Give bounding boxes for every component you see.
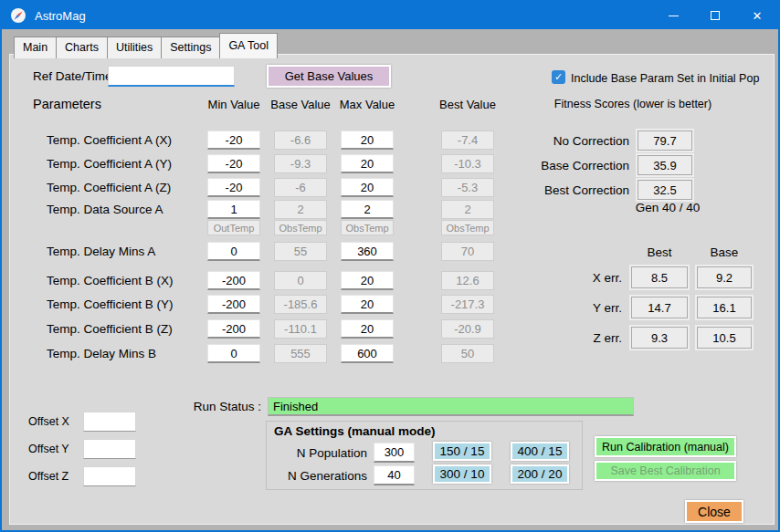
tab-utilities[interactable]: Utilities — [107, 37, 162, 58]
max-value-header: Max Value — [331, 98, 404, 111]
app-window: AstroMag ✕ MainChartsUtilitiesSettingsGA… — [0, 0, 780, 532]
param-min-field[interactable]: -200 — [207, 295, 260, 314]
tab-ga-tool[interactable]: GA Tool — [219, 33, 278, 58]
param-base-field: 2 — [274, 200, 327, 219]
err-base-value: 10.5 — [697, 327, 752, 349]
param-max-field[interactable]: 20 — [341, 154, 394, 173]
param-best-field: 50 — [441, 344, 494, 363]
err-best-header: Best — [623, 245, 696, 259]
preset-button[interactable]: 300 / 10 — [433, 464, 491, 484]
ga-settings-groupbox: GA Settings (manual mode) N Population 3… — [266, 421, 583, 490]
param-max-field[interactable]: 600 — [341, 344, 394, 363]
param-min-field[interactable]: 1 — [207, 200, 260, 219]
param-base-field: -6.6 — [274, 130, 327, 150]
save-best-calibration-button[interactable]: Save Best Calibration — [595, 461, 736, 481]
param-min-field[interactable]: -20 — [207, 154, 260, 173]
param-label: Temp. Coefficient B (Z) — [47, 322, 173, 336]
param-label: Temp. Delay Mins A — [47, 245, 155, 258]
n-population-label: N Population — [274, 446, 367, 460]
param-min-field[interactable]: -200 — [207, 271, 260, 290]
param-min-field[interactable]: 0 — [207, 242, 260, 261]
param-label: Temp. Coefficient A (Y) — [47, 157, 172, 171]
err-best-value: 14.7 — [631, 297, 688, 318]
param-max-field[interactable]: 20 — [341, 178, 394, 197]
fitness-label: No Correction — [503, 134, 629, 148]
param-best-field: 2 — [441, 200, 494, 219]
run-calibration-button[interactable]: Run Calibration (manual) — [595, 436, 736, 457]
err-label: Z err. — [556, 331, 622, 345]
param-base-field: -6 — [274, 178, 327, 197]
param-min-field: OutTemp — [207, 220, 260, 235]
param-max-field[interactable]: 360 — [341, 242, 394, 261]
preset-button[interactable]: 400 / 15 — [511, 442, 569, 461]
ref-datetime-label: Ref Date/Time — [33, 69, 112, 83]
ref-datetime-input[interactable] — [108, 66, 235, 87]
close-button[interactable]: Close — [685, 500, 743, 523]
param-max-field[interactable]: 2 — [341, 200, 394, 219]
param-min-field[interactable]: -20 — [207, 130, 260, 150]
err-best-value: 8.5 — [631, 266, 688, 288]
compass-app-icon — [10, 7, 26, 24]
param-label: Temp. Coefficient B (Y) — [47, 297, 174, 311]
param-label: Temp. Coefficient A (X) — [47, 133, 172, 147]
base-value-header: Base Value — [264, 98, 337, 111]
window-title: AstroMag — [35, 9, 86, 23]
tab-main[interactable]: Main — [14, 37, 57, 58]
preset-button[interactable]: 200 / 20 — [511, 464, 569, 484]
n-generations-label: N Generations — [274, 469, 367, 483]
get-base-values-button[interactable]: Get Base Values — [267, 65, 391, 88]
offset-input[interactable] — [83, 412, 136, 432]
include-base-param-label: Include Base Param Set in Initial Pop — [571, 72, 759, 85]
check-icon: ✓ — [554, 71, 563, 83]
param-label: Temp. Delay Mins B — [47, 347, 156, 360]
minimize-icon — [669, 16, 679, 16]
close-icon: ✕ — [753, 9, 763, 23]
generation-counter: Gen 40 / 40 — [622, 201, 713, 214]
param-best-field: -7.4 — [441, 130, 494, 150]
fitness-value: 32.5 — [638, 180, 692, 200]
param-min-field[interactable]: 0 — [207, 344, 260, 363]
ga-settings-title: GA Settings (manual mode) — [274, 424, 436, 438]
close-window-button[interactable]: ✕ — [736, 2, 778, 29]
param-base-field: 0 — [274, 271, 327, 290]
offset-label: Offset Z — [28, 470, 69, 483]
err-best-value: 9.3 — [631, 327, 688, 349]
fitness-value: 79.7 — [638, 130, 692, 151]
param-best-field: ObsTemp — [441, 220, 494, 235]
preset-button[interactable]: 150 / 15 — [433, 442, 491, 461]
err-label: X err. — [556, 271, 622, 285]
param-max-field[interactable]: 20 — [341, 295, 394, 314]
n-population-field[interactable]: 300 — [374, 443, 415, 463]
tab-settings[interactable]: Settings — [161, 37, 220, 58]
param-best-field: -217.3 — [441, 295, 494, 314]
param-base-field: -185.6 — [274, 295, 327, 314]
fitness-label: Best Correction — [503, 183, 629, 197]
run-status-label: Run Status : — [170, 400, 261, 413]
n-generations-field[interactable]: 40 — [374, 465, 415, 485]
param-base-field: 55 — [274, 242, 327, 261]
param-best-field: 70 — [441, 242, 494, 261]
err-base-header: Base — [688, 245, 761, 259]
param-max-field[interactable]: 20 — [341, 319, 394, 339]
param-base-field: 555 — [274, 344, 327, 363]
param-base-field: ObsTemp — [274, 220, 327, 235]
param-max-field[interactable]: 20 — [341, 271, 394, 290]
param-min-field[interactable]: -200 — [207, 319, 260, 339]
title-bar: AstroMag ✕ — [2, 2, 778, 29]
minimize-button[interactable] — [652, 2, 694, 29]
param-best-field: -5.3 — [441, 178, 494, 197]
tab-charts[interactable]: Charts — [56, 37, 108, 58]
offset-input[interactable] — [83, 439, 136, 459]
maximize-button[interactable] — [694, 2, 736, 29]
min-value-header: Min Value — [197, 98, 270, 111]
param-best-field: 12.6 — [441, 271, 494, 290]
param-label: Temp. Coefficient A (Z) — [47, 181, 171, 194]
fitness-scores-header: Fitness Scores (lower is better) — [551, 98, 715, 110]
offset-input[interactable] — [83, 466, 136, 486]
include-base-param-checkbox[interactable]: ✓ — [552, 70, 565, 84]
param-base-field: -9.3 — [274, 154, 327, 173]
param-max-field[interactable]: 20 — [341, 130, 394, 150]
err-base-value: 9.2 — [697, 266, 752, 288]
maximize-icon — [711, 11, 720, 20]
param-min-field[interactable]: -20 — [207, 178, 260, 197]
